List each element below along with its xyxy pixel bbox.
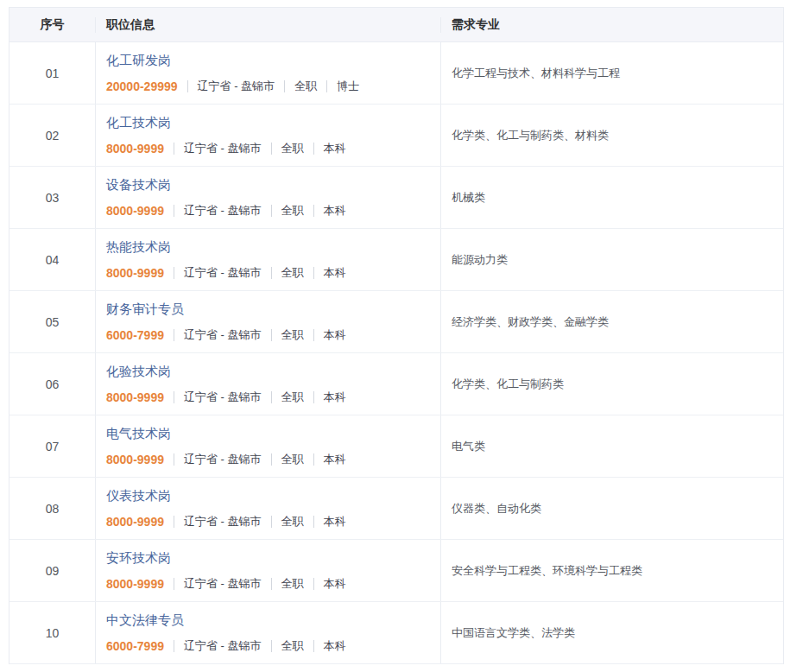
table-row: 03 设备技术岗 8000-9999 辽宁省 - 盘锦市 全职 本科 机械类 (9, 167, 783, 229)
job-title-link[interactable]: 财务审计专员 (106, 301, 184, 318)
job-location: 辽宁省 - 盘锦市 (184, 452, 262, 467)
job-info-cell: 化验技术岗 8000-9999 辽宁省 - 盘锦市 全职 本科 (96, 353, 441, 415)
table-row: 04 热能技术岗 8000-9999 辽宁省 - 盘锦市 全职 本科 能源动力类 (9, 229, 783, 291)
table-row: 01 化工研发岗 20000-29999 辽宁省 - 盘锦市 全职 博士 化学工… (9, 42, 783, 105)
table-header-row: 序号 职位信息 需求专业 (9, 8, 783, 42)
job-info-cell: 化工技术岗 8000-9999 辽宁省 - 盘锦市 全职 本科 (96, 105, 441, 166)
divider (313, 329, 314, 341)
job-location: 辽宁省 - 盘锦市 (184, 327, 262, 343)
employment-type: 全职 (281, 514, 304, 529)
education-requirement: 本科 (324, 265, 346, 281)
divider (271, 640, 272, 652)
education-requirement: 本科 (324, 141, 346, 156)
table-row: 07 电气技术岗 8000-9999 辽宁省 - 盘锦市 全职 本科 电气类 (9, 415, 783, 478)
divider (271, 205, 272, 217)
divider (313, 578, 314, 590)
divider (271, 578, 272, 590)
employment-type: 全职 (281, 141, 304, 156)
row-seq-number: 08 (9, 478, 96, 539)
job-title-link[interactable]: 化验技术岗 (106, 364, 171, 380)
employment-type: 全职 (281, 327, 304, 343)
job-info-cell: 仪表技术岗 8000-9999 辽宁省 - 盘锦市 全职 本科 (96, 478, 441, 539)
education-requirement: 本科 (324, 576, 346, 592)
job-meta: 8000-9999 辽宁省 - 盘锦市 全职 本科 (106, 265, 430, 281)
job-title-link[interactable]: 电气技术岗 (106, 426, 171, 442)
divider (174, 143, 174, 155)
job-meta: 8000-9999 辽宁省 - 盘锦市 全职 本科 (106, 203, 430, 219)
divider (313, 391, 314, 403)
divider (271, 143, 272, 155)
divider (187, 80, 188, 92)
header-job: 职位信息 (96, 17, 441, 33)
job-title-link[interactable]: 化工技术岗 (106, 115, 171, 131)
divider (271, 267, 272, 279)
employment-type: 全职 (281, 265, 304, 281)
job-location: 辽宁省 - 盘锦市 (184, 203, 262, 219)
divider (174, 578, 174, 590)
required-majors: 化学类、化工与制药类 (441, 353, 783, 415)
divider (313, 143, 314, 155)
job-info-cell: 电气技术岗 8000-9999 辽宁省 - 盘锦市 全职 本科 (96, 415, 441, 477)
divider (313, 453, 314, 466)
required-majors: 仪器类、自动化类 (441, 478, 783, 539)
job-title-link[interactable]: 设备技术岗 (106, 177, 171, 193)
table-body: 01 化工研发岗 20000-29999 辽宁省 - 盘锦市 全职 博士 化学工… (9, 42, 783, 664)
required-majors: 中国语言文学类、法学类 (441, 602, 783, 663)
divider (326, 80, 327, 92)
job-listings-table: 序号 职位信息 需求专业 01 化工研发岗 20000-29999 辽宁省 - … (9, 7, 784, 664)
job-meta: 6000-7999 辽宁省 - 盘锦市 全职 本科 (106, 638, 430, 654)
table-row: 02 化工技术岗 8000-9999 辽宁省 - 盘锦市 全职 本科 化学类、化… (9, 105, 783, 167)
row-seq-number: 01 (9, 42, 96, 104)
divider (313, 640, 314, 652)
job-meta: 6000-7999 辽宁省 - 盘锦市 全职 本科 (106, 327, 430, 343)
row-seq-number: 06 (9, 353, 96, 415)
job-location: 辽宁省 - 盘锦市 (184, 390, 262, 405)
divider (174, 205, 174, 217)
salary-range: 6000-7999 (106, 328, 164, 342)
job-location: 辽宁省 - 盘锦市 (198, 79, 275, 94)
divider (313, 516, 314, 528)
education-requirement: 博士 (337, 79, 359, 94)
job-title-link[interactable]: 热能技术岗 (106, 239, 171, 256)
salary-range: 6000-7999 (106, 639, 164, 653)
table-row: 05 财务审计专员 6000-7999 辽宁省 - 盘锦市 全职 本科 经济学类… (9, 291, 783, 353)
row-seq-number: 05 (9, 291, 96, 352)
divider (271, 329, 272, 341)
header-seq: 序号 (9, 17, 96, 33)
required-majors: 机械类 (441, 167, 783, 228)
divider (284, 80, 285, 92)
job-meta: 8000-9999 辽宁省 - 盘锦市 全职 本科 (106, 452, 430, 467)
salary-range: 8000-9999 (106, 515, 164, 529)
divider (271, 453, 272, 466)
table-row: 06 化验技术岗 8000-9999 辽宁省 - 盘锦市 全职 本科 化学类、化… (9, 353, 783, 415)
job-title-link[interactable]: 中文法律专员 (106, 612, 184, 629)
divider (174, 453, 174, 466)
employment-type: 全职 (294, 79, 317, 94)
salary-range: 8000-9999 (106, 577, 164, 591)
job-info-cell: 化工研发岗 20000-29999 辽宁省 - 盘锦市 全职 博士 (96, 42, 441, 104)
required-majors: 能源动力类 (441, 229, 783, 290)
job-title-link[interactable]: 安环技术岗 (106, 550, 171, 567)
row-seq-number: 03 (9, 167, 96, 228)
job-meta: 8000-9999 辽宁省 - 盘锦市 全职 本科 (106, 576, 430, 592)
required-majors: 安全科学与工程类、环境科学与工程类 (441, 540, 783, 601)
job-info-cell: 财务审计专员 6000-7999 辽宁省 - 盘锦市 全职 本科 (96, 291, 441, 352)
job-info-cell: 热能技术岗 8000-9999 辽宁省 - 盘锦市 全职 本科 (96, 229, 441, 290)
education-requirement: 本科 (324, 514, 346, 529)
education-requirement: 本科 (324, 203, 346, 219)
salary-range: 8000-9999 (106, 453, 164, 466)
salary-range: 8000-9999 (106, 204, 164, 218)
salary-range: 8000-9999 (106, 390, 164, 404)
row-seq-number: 09 (9, 540, 96, 601)
employment-type: 全职 (281, 452, 304, 467)
job-location: 辽宁省 - 盘锦市 (184, 265, 262, 281)
job-location: 辽宁省 - 盘锦市 (184, 638, 262, 654)
divider (174, 640, 174, 652)
education-requirement: 本科 (324, 390, 346, 405)
divider (313, 267, 314, 279)
job-title-link[interactable]: 化工研发岗 (106, 53, 171, 69)
job-info-cell: 安环技术岗 8000-9999 辽宁省 - 盘锦市 全职 本科 (96, 540, 441, 601)
job-meta: 8000-9999 辽宁省 - 盘锦市 全职 本科 (106, 141, 430, 156)
job-title-link[interactable]: 仪表技术岗 (106, 488, 171, 504)
job-location: 辽宁省 - 盘锦市 (184, 141, 262, 156)
